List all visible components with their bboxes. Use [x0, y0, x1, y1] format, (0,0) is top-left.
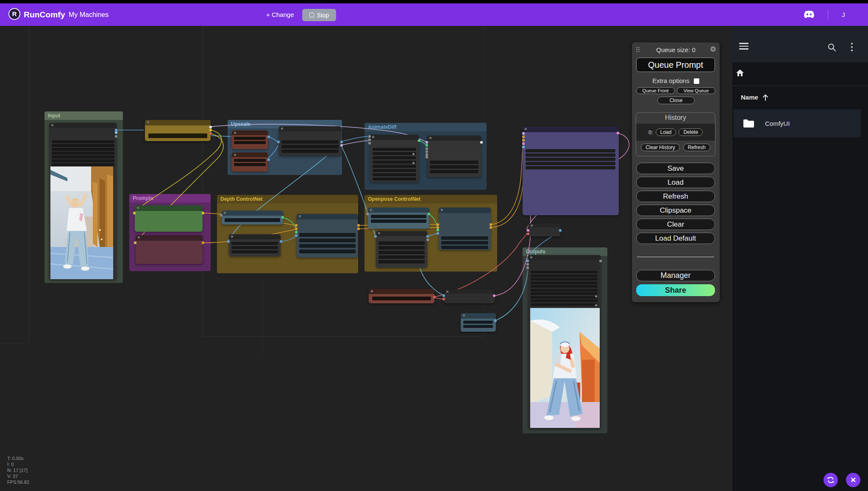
queue-front-button[interactable]: Queue Front	[636, 87, 675, 94]
widget-row[interactable]	[373, 173, 416, 176]
graph-node-video-combine[interactable]	[528, 255, 601, 429]
port[interactable]	[366, 213, 369, 215]
search-icon[interactable]	[827, 43, 837, 52]
widget-row[interactable]	[526, 149, 615, 153]
widget-row[interactable]	[225, 218, 280, 222]
port[interactable]	[426, 239, 429, 241]
widget-row[interactable]	[526, 162, 615, 165]
widget-row[interactable]	[463, 325, 493, 328]
port[interactable]	[437, 223, 439, 226]
widget-row[interactable]	[526, 153, 615, 157]
port[interactable]	[295, 231, 298, 233]
widget-knob[interactable]	[595, 295, 597, 297]
widget-row[interactable]	[281, 145, 339, 148]
graph-node-openpose-apply-controlnet[interactable]	[439, 208, 491, 250]
graph-node-yellow-loader[interactable]	[145, 120, 211, 141]
node-titlebar[interactable]	[279, 126, 341, 131]
widget-row[interactable]	[234, 137, 266, 140]
port[interactable]	[599, 260, 602, 262]
port[interactable]	[480, 141, 483, 144]
port[interactable]	[526, 260, 529, 262]
group-title[interactable]: Depth ControlNet	[217, 195, 358, 203]
node-titlebar[interactable]	[461, 313, 496, 319]
sort-ascending-icon[interactable]	[762, 94, 768, 101]
port[interactable]	[522, 146, 525, 148]
widget-row[interactable]	[373, 178, 416, 180]
port[interactable]	[357, 227, 360, 230]
widget-row[interactable]	[231, 246, 278, 249]
port[interactable]	[340, 141, 343, 143]
port[interactable]	[357, 224, 360, 227]
group-title[interactable]: Input	[45, 111, 123, 120]
widget-row[interactable]	[463, 321, 493, 324]
widget-row[interactable]	[373, 148, 416, 151]
port[interactable]	[490, 226, 492, 229]
widget-row[interactable]	[378, 251, 425, 254]
port[interactable]	[437, 229, 439, 231]
widget-row[interactable]	[373, 156, 416, 159]
port[interactable]	[133, 212, 136, 214]
port[interactable]	[494, 319, 497, 322]
graph-node-openpose-preprocessor[interactable]	[368, 208, 429, 229]
widget-row[interactable]	[531, 285, 598, 288]
node-titlebar[interactable]	[368, 208, 429, 213]
widget-row[interactable]	[531, 278, 598, 280]
graph-node-negative-prompt[interactable]	[136, 235, 203, 264]
node-titlebar[interactable]	[369, 289, 434, 294]
widget-knob[interactable]	[595, 304, 597, 306]
port[interactable]	[426, 147, 428, 150]
port[interactable]	[442, 298, 445, 300]
port[interactable]	[437, 232, 439, 235]
widget-row[interactable]	[378, 260, 425, 264]
graph-node-depth-preprocessor[interactable]	[222, 211, 283, 225]
node-titlebar[interactable]	[222, 211, 283, 216]
port[interactable]	[617, 132, 619, 134]
kebab-menu-icon[interactable]	[851, 43, 853, 51]
port[interactable]	[295, 227, 298, 230]
node-titlebar[interactable]	[376, 231, 427, 236]
port[interactable]	[295, 224, 298, 227]
graph-node-vae-encode[interactable]	[444, 289, 495, 303]
stop-button[interactable]: Stop	[302, 9, 336, 21]
widget-knob[interactable]	[412, 153, 415, 155]
port[interactable]	[418, 139, 420, 142]
node-titlebar[interactable]	[528, 255, 601, 260]
port[interactable]	[522, 136, 525, 138]
port[interactable]	[526, 266, 529, 269]
widget-row[interactable]	[430, 161, 479, 164]
user-avatar[interactable]: J	[837, 3, 849, 26]
widget-knob[interactable]	[412, 162, 415, 164]
widget-row[interactable]	[373, 165, 416, 168]
close-overlay-fab[interactable]: ✕	[846, 473, 860, 487]
port[interactable]	[202, 241, 204, 244]
widget-row[interactable]	[234, 163, 266, 166]
widget-row[interactable]	[231, 242, 278, 245]
discord-icon[interactable]	[803, 10, 815, 19]
graph-node-vae-loader[interactable]	[369, 289, 434, 303]
view-queue-button[interactable]: View Queue	[677, 87, 715, 94]
port[interactable]	[522, 142, 525, 145]
refresh-button[interactable]: Refresh	[636, 191, 715, 202]
port[interactable]	[368, 142, 371, 144]
widget-row[interactable]	[52, 140, 114, 143]
node-titlebar[interactable]	[145, 120, 211, 125]
queue-prompt-button[interactable]: Queue Prompt	[636, 58, 715, 72]
graph-node-image-scale[interactable]	[461, 313, 496, 332]
load-button[interactable]: Load	[636, 177, 715, 188]
port[interactable]	[526, 263, 529, 266]
widget-row[interactable]	[299, 250, 356, 253]
port[interactable]	[426, 144, 428, 147]
port[interactable]	[374, 235, 377, 238]
widget-row[interactable]	[299, 233, 356, 237]
widget-row[interactable]	[52, 155, 114, 158]
port[interactable]	[277, 141, 280, 143]
group-title[interactable]: AnimateDiff	[364, 123, 487, 131]
widget-row[interactable]	[378, 255, 425, 259]
widget-row[interactable]	[231, 250, 278, 253]
node-titlebar[interactable]	[135, 205, 203, 211]
widget-row[interactable]	[234, 141, 266, 144]
manager-button[interactable]: Manager	[636, 270, 715, 281]
group-title[interactable]: Prompts	[129, 194, 211, 203]
graph-node-depth-estimator[interactable]	[229, 234, 281, 256]
load-default-button[interactable]: Load Default	[636, 233, 715, 244]
